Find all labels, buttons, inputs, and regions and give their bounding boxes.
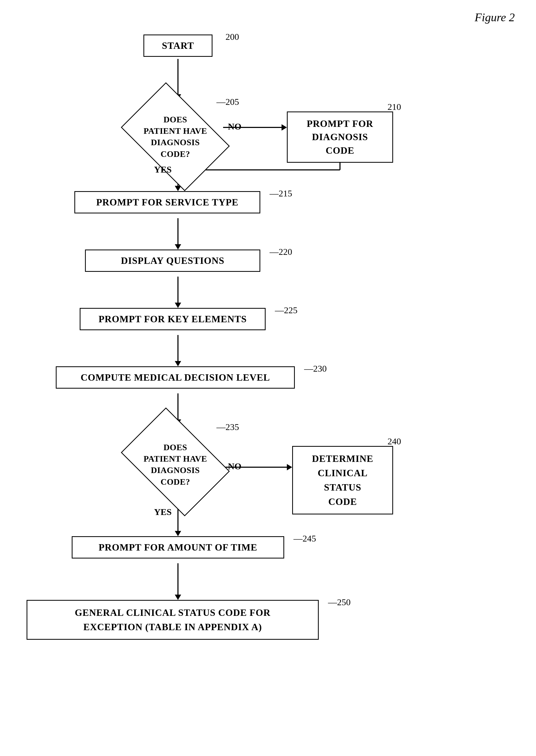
prompt-diagnosis-box: PROMPT FORDIAGNOSIS CODE 210 <box>287 111 393 163</box>
ref-225: —225 <box>275 305 297 315</box>
svg-marker-19 <box>287 464 292 470</box>
ref-240: 240 <box>387 436 401 447</box>
no-label-2: NO <box>228 461 242 471</box>
determine-clinical-label: DETERMINECLINICAL STATUSCODE <box>292 446 393 515</box>
ref-230: —230 <box>304 364 327 374</box>
svg-marker-15 <box>175 361 181 366</box>
figure-label: Figure 2 <box>475 11 515 24</box>
prompt-service-label: PROMPT FOR SERVICE TYPE <box>74 191 260 213</box>
prompt-key-box: PROMPT FOR KEY ELEMENTS —225 <box>80 308 266 330</box>
compute-medical-label: COMPUTE MEDICAL DECISION LEVEL <box>56 366 295 389</box>
svg-marker-3 <box>282 124 287 131</box>
yes-label-2: YES <box>154 507 172 517</box>
svg-marker-11 <box>175 244 181 249</box>
diamond2-line3: DIAGNOSIS <box>138 464 213 476</box>
ref-200: 200 <box>225 32 239 42</box>
diamond1-line3: DIAGNOSIS <box>138 137 213 148</box>
general-clinical-label: GENERAL CLINICAL STATUS CODE FOREXCEPTIO… <box>26 600 319 640</box>
ref-210: 210 <box>387 102 401 112</box>
diamond2-line1: DOES <box>138 442 213 453</box>
diamond2-line2: PATIENT HAVE <box>138 453 213 464</box>
start-label: START <box>144 35 213 57</box>
general-clinical-box: GENERAL CLINICAL STATUS CODE FOREXCEPTIO… <box>26 600 319 640</box>
compute-medical-box: COMPUTE MEDICAL DECISION LEVEL —230 <box>56 366 295 389</box>
ref-245: —245 <box>293 534 316 544</box>
determine-clinical-box: DETERMINECLINICAL STATUSCODE 240 <box>292 446 393 515</box>
start-box: START 200 <box>144 35 213 57</box>
ref-220: —220 <box>270 247 292 257</box>
prompt-amount-label: PROMPT FOR AMOUNT OF TIME <box>72 536 284 558</box>
diamond1-line4: CODE? <box>138 148 213 160</box>
prompt-key-label: PROMPT FOR KEY ELEMENTS <box>80 308 266 330</box>
diamond1-container: DOES PATIENT HAVE DIAGNOSIS CODE? —205 <box>119 100 231 174</box>
prompt-amount-box: PROMPT FOR AMOUNT OF TIME —245 <box>72 536 284 558</box>
svg-marker-13 <box>175 302 181 308</box>
prompt-diagnosis-label: PROMPT FORDIAGNOSIS CODE <box>287 111 393 163</box>
yes-label-1: YES <box>154 165 172 175</box>
ref-250: —250 <box>328 597 351 607</box>
diamond1-line1: DOES <box>138 114 213 125</box>
diamond1-line2: PATIENT HAVE <box>138 125 213 137</box>
flowchart-diagram: Figure 2 <box>0 0 536 756</box>
ref-235: —235 <box>217 422 239 432</box>
display-questions-label: DISPLAY QUESTIONS <box>85 249 260 272</box>
ref-205: —205 <box>217 97 239 107</box>
diamond2-line4: CODE? <box>138 476 213 488</box>
ref-215: —215 <box>270 188 292 199</box>
no-label-1: NO <box>228 122 242 132</box>
svg-marker-23 <box>175 595 181 600</box>
diamond2-container: DOES PATIENT HAVE DIAGNOSIS CODE? —235 <box>119 425 231 504</box>
prompt-service-box: PROMPT FOR SERVICE TYPE —215 <box>74 191 260 213</box>
svg-marker-21 <box>175 531 181 536</box>
display-questions-box: DISPLAY QUESTIONS —220 <box>85 249 260 272</box>
